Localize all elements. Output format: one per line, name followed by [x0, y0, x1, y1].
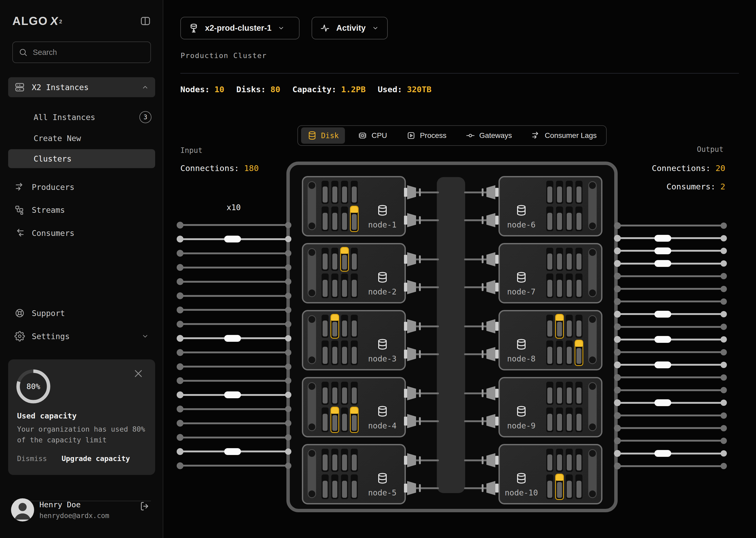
disk-slot: [546, 407, 553, 432]
connector-plug-tick: [419, 389, 421, 397]
connection-slider-handle[interactable]: [224, 236, 241, 242]
disk-slot: [566, 407, 573, 432]
node-card-node-4[interactable]: node-4: [302, 377, 406, 437]
line-endpoint-dot: [721, 412, 727, 419]
connector-plug-tick: [482, 484, 484, 492]
node-card-node-8[interactable]: node-8: [498, 310, 602, 370]
line-endpoint-dot: [177, 293, 183, 299]
connector-plug-tick: [482, 188, 484, 196]
line-endpoint-dot: [285, 449, 291, 455]
disk-slot: [331, 273, 338, 298]
disk-slot: [321, 273, 329, 298]
disk-slot: [321, 449, 329, 472]
disk-grid: [546, 382, 583, 432]
disk-slot: [575, 449, 583, 472]
node-card-node-10[interactable]: node-10: [498, 444, 602, 504]
disk-grid: [546, 449, 583, 499]
node-card-node-7[interactable]: node-7: [498, 243, 602, 303]
input-line-6: [179, 295, 290, 297]
database-icon: [376, 204, 389, 216]
line-endpoint-dot: [614, 462, 621, 469]
node-meta: node-7: [502, 244, 540, 302]
disk-slot: [546, 315, 553, 338]
node-card-node-5[interactable]: node-5: [302, 444, 406, 504]
database-icon: [376, 405, 389, 417]
output-line-12: [616, 364, 725, 366]
connection-slider-handle[interactable]: [654, 450, 671, 457]
disk-slot: [321, 341, 329, 365]
node-card-node-1[interactable]: node-1: [302, 176, 406, 237]
connector-plug-edge: [404, 283, 407, 292]
line-endpoint-dot: [285, 434, 291, 441]
connector-plug-edge: [495, 456, 498, 465]
node-card-node-9[interactable]: node-9: [498, 377, 602, 437]
line-endpoint-dot: [177, 222, 183, 229]
line-endpoint-dot: [177, 306, 183, 313]
connector-plug-body: [487, 252, 495, 266]
line-endpoint-dot: [614, 336, 621, 343]
database-icon: [376, 338, 389, 350]
line-endpoint-dot: [177, 377, 183, 384]
input-line-2: [179, 238, 290, 240]
output-line-11: [616, 351, 725, 353]
rack-rail: [588, 181, 597, 230]
line-endpoint-dot: [721, 349, 727, 355]
connection-slider-handle[interactable]: [224, 335, 241, 342]
disk-slot: [566, 449, 573, 472]
connector-plug-tick: [419, 255, 421, 263]
connector-plug-edge: [495, 350, 498, 358]
node-card-node-6[interactable]: node-6: [498, 176, 602, 237]
node-meta: node-10: [502, 445, 540, 503]
disk-grid: [546, 181, 583, 231]
output-line-1: [616, 225, 725, 227]
disk-slot: [341, 181, 348, 204]
disk-slot-highlighted: [556, 474, 563, 499]
line-endpoint-dot: [285, 222, 291, 228]
node-label: node-8: [507, 354, 536, 363]
disk-slot: [331, 181, 338, 204]
node-label: node-1: [368, 220, 397, 229]
node-card-node-3[interactable]: node-3: [302, 310, 406, 370]
connection-slider-handle[interactable]: [654, 399, 671, 406]
disk-slot: [321, 382, 329, 405]
input-line-10: [179, 351, 290, 353]
disk-slot: [321, 407, 329, 432]
connector-plug-body: [407, 252, 416, 266]
connector-plug-body: [487, 280, 495, 294]
line-endpoint-dot: [614, 298, 621, 305]
database-icon: [376, 271, 389, 284]
connection-slider-handle[interactable]: [654, 311, 671, 318]
connection-slider-handle[interactable]: [654, 247, 671, 254]
rack-rail: [588, 248, 597, 297]
line-endpoint-dot: [285, 363, 291, 370]
rack-rail: [307, 181, 316, 230]
line-endpoint-dot: [285, 406, 291, 412]
connection-slider-handle[interactable]: [224, 392, 241, 398]
rack-rail: [588, 315, 597, 364]
disk-slot: [566, 248, 573, 271]
connector-plug-edge: [404, 484, 407, 493]
line-endpoint-dot: [177, 321, 183, 328]
line-endpoint-dot: [721, 311, 727, 317]
node-label: node-9: [507, 421, 536, 430]
output-line-6: [616, 288, 725, 290]
node-card-node-2[interactable]: node-2: [302, 243, 406, 303]
line-endpoint-dot: [721, 248, 727, 254]
connector-plug-edge: [404, 417, 407, 426]
node-meta: node-3: [362, 311, 402, 369]
connection-slider-handle[interactable]: [654, 361, 671, 368]
disk-slot-highlighted: [331, 315, 338, 338]
disk-slot: [566, 273, 573, 298]
line-endpoint-dot: [285, 321, 291, 327]
connection-slider-handle[interactable]: [654, 235, 671, 242]
line-endpoint-dot: [285, 250, 291, 256]
disk-slot: [556, 206, 563, 231]
output-line-2: [616, 237, 725, 239]
disk-slot: [321, 181, 329, 204]
connector-plug-body: [487, 213, 495, 227]
connection-slider-handle[interactable]: [654, 260, 671, 267]
line-endpoint-dot: [285, 236, 291, 242]
connection-slider-handle[interactable]: [224, 448, 241, 455]
disk-slot: [331, 382, 338, 405]
connection-slider-handle[interactable]: [654, 336, 671, 343]
